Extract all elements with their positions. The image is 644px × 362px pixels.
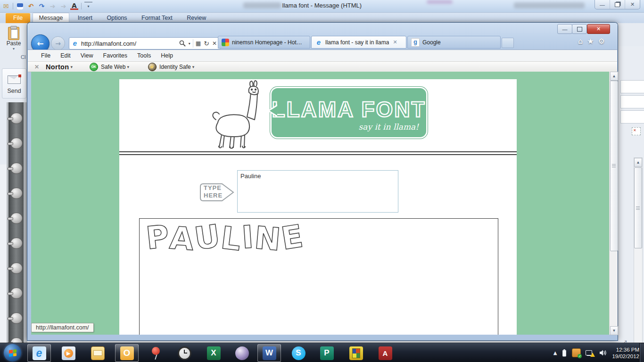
llama-font-rendering: PAULINE [146,220,304,256]
scroll-down-icon[interactable]: ▼ [610,326,618,335]
hidden-icons-chevron[interactable]: ▲ [553,350,557,355]
close-icon[interactable]: ✕ [625,0,640,9]
close-toolbar-icon[interactable]: ✕ [34,64,39,70]
taskbar-clock[interactable]: 12:36 PM 19/02/2012 [612,346,639,360]
battery-icon[interactable] [561,349,567,357]
paste-dropdown-icon[interactable]: ▾ [3,47,25,51]
undo-icon[interactable]: ↶ [27,2,35,10]
recipient-field[interactable] [620,80,644,93]
taskbar-publisher[interactable]: P [315,344,339,362]
taskbar-explorer[interactable] [86,344,109,362]
tab-strip: ninemsn Homepage - Hotmail... e llama fo… [218,36,502,49]
system-tray: ▲ ✓ 12:36 PM 19/02/2012 [553,343,639,362]
minimize-icon[interactable]: — [557,24,572,34]
desktop: llama font - Message (HTML) ✉ ↶ ↷ ➔ ➔ A … [0,0,644,362]
paste-clipboard-icon [8,27,19,40]
identity-safe-menu[interactable]: Identity Safe [159,64,191,70]
tab-review[interactable]: Review [181,13,212,23]
taskbar-word[interactable]: W [257,344,281,362]
redo-icon[interactable]: ↷ [38,2,46,10]
tab-google[interactable]: g Google [407,36,501,49]
stop-icon[interactable]: ✕ [212,40,217,47]
taskbar-adobe-reader[interactable]: A [373,344,397,362]
clock-time: 12:36 PM [612,346,639,353]
system-menu-mail-icon[interactable]: ✉ [2,2,10,10]
taskbar-excel[interactable]: X [202,344,225,362]
menu-help[interactable]: Help [156,51,178,60]
messenger-orb-icon [235,346,249,360]
restore-icon[interactable] [610,0,625,9]
logo-tagline: say it in llama! [359,122,419,132]
media-player-icon: ▶ [62,346,75,360]
taskbar-messenger-orb[interactable] [230,344,254,362]
ie-scrollbar[interactable]: ▲ ▼ [609,72,618,335]
paste-label: Paste [3,40,25,47]
tab-ninemsn[interactable]: ninemsn Homepage - Hotmail... [218,36,310,49]
tab-format-text[interactable]: Format Text [135,13,179,23]
close-tab-icon[interactable]: ✕ [393,39,397,45]
quick-access-toolbar: ✉ ↶ ↷ ➔ ➔ A ▾ [2,1,92,11]
menu-view[interactable]: View [76,51,98,60]
menu-edit[interactable]: Edit [56,51,75,60]
tab-llamafont[interactable]: e llama font - say it in llama ✕ [311,36,406,49]
close-icon[interactable]: ✕ [587,24,610,34]
save-icon[interactable] [16,2,24,10]
safe-web-menu[interactable]: Safe Web [101,64,125,70]
game-icon [349,346,363,360]
scrollbar-thumb[interactable] [610,81,618,251]
network-warning-icon[interactable] [586,349,594,357]
taskbar-ie[interactable]: e [27,344,51,362]
send-button[interactable]: Send [2,68,26,99]
home-icon[interactable]: ⌂ [578,37,583,46]
page-viewport: LLAMA FONT say it in llama! TYPEHERE Pau… [31,72,609,335]
minimize-icon[interactable]: — [595,0,610,9]
compatibility-view-icon[interactable]: ▦ [196,40,201,47]
cc-field[interactable] [620,95,644,108]
taskbar-media-player[interactable]: ▶ [57,344,80,362]
scroll-up-icon[interactable]: ▲ [610,72,618,81]
outlook-titlebar[interactable]: llama font - Message (HTML) ✉ ↶ ↷ ➔ ➔ A … [0,0,644,13]
address-url[interactable]: http://llamafont.com/ [81,40,178,47]
favorites-star-icon[interactable]: ★ [587,37,594,46]
refresh-icon[interactable]: ↻ [204,40,209,47]
taskbar-outlook[interactable]: O [115,344,139,362]
llama-text-input[interactable]: Pauline [237,170,398,213]
search-dropdown-icon[interactable]: ▾ [189,41,190,46]
clipboard-group-label: Cl [21,54,25,60]
tab-message[interactable]: Message [33,13,70,23]
menu-file[interactable]: File [36,51,55,60]
new-tab-button[interactable] [502,38,514,48]
outlook-ribbon-tabs: File Message Insert Options Format Text … [0,13,644,23]
start-button[interactable] [4,344,21,362]
norton-menu[interactable]: Norton [46,63,69,71]
publisher-icon: P [320,346,334,360]
font-color-icon[interactable]: A [70,2,78,10]
security-status-icon[interactable]: ✓ [572,348,581,357]
show-desktop-button[interactable] [639,343,644,362]
volume-icon[interactable] [599,349,607,356]
maximize-icon[interactable] [572,24,587,34]
taskbar-clock-app[interactable] [173,344,196,362]
outlook-scrollbar[interactable]: ▲ ▼ [634,157,643,356]
previous-item-icon[interactable]: ➔ [49,2,57,10]
scroll-up-icon[interactable]: ▲ [634,158,642,167]
address-bar[interactable]: e http://llamafont.com/ ▾ ▦ ↻ ✕ [69,37,221,49]
subject-field[interactable] [620,110,644,123]
taskbar-skype[interactable]: S [287,344,310,362]
taskbar-game[interactable] [344,344,368,362]
tab-options[interactable]: Options [101,13,133,23]
search-icon[interactable] [179,40,186,47]
send-envelope-icon [8,75,21,84]
forward-button[interactable]: → [51,36,65,50]
excel-icon: X [207,346,221,360]
scrollbar-thumb[interactable] [634,167,642,248]
menu-favorites[interactable]: Favorites [99,51,132,60]
customize-qat-icon[interactable]: ▾ [84,2,92,10]
next-item-icon[interactable]: ➔ [59,2,67,10]
paste-button[interactable]: Paste ▾ [3,27,25,51]
menu-tools[interactable]: Tools [132,51,156,60]
tab-file[interactable]: File [6,13,30,23]
tab-insert[interactable]: Insert [72,13,99,23]
settings-gear-icon[interactable]: ⚙ [598,37,605,46]
taskbar-pushpin[interactable] [144,344,168,362]
